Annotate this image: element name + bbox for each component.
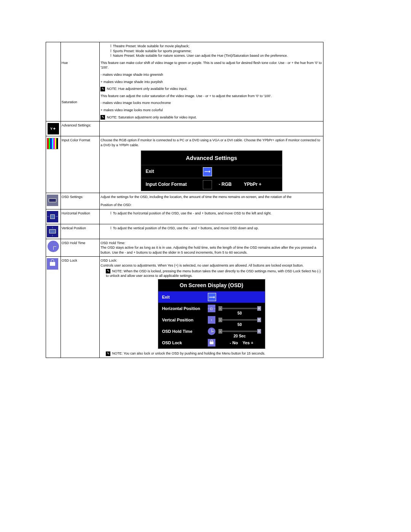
- hold-desc-cell: OSD Hold Time: The OSD stays active for …: [100, 239, 323, 257]
- lock-yes: Yes +: [242, 340, 253, 345]
- vpos-icon-cell: ↑↓: [46, 224, 61, 239]
- osd-settings-icon: [47, 195, 58, 206]
- vpos-label: Vertical Position: [61, 224, 99, 239]
- adv-label: Advanced Settings:: [61, 121, 99, 136]
- lock-label: OSD Lock: [61, 257, 99, 358]
- icf-desc: Choose the RGB option if monitor is conn…: [100, 138, 322, 147]
- osd2-vpos: Vertcal Position: [162, 317, 208, 323]
- osd2-hold: OSD Hold Time: [162, 329, 208, 334]
- lock-icon: [208, 339, 215, 347]
- saturation-label: Saturation: [62, 100, 77, 104]
- adv-exit-label: Exit: [146, 168, 203, 175]
- hpos-desc: To adjust the horizontal position of the…: [110, 211, 322, 216]
- lock-no: - No: [230, 340, 238, 345]
- sat-desc: This feature can adjust the color satura…: [100, 94, 322, 99]
- clock-icon: [208, 328, 215, 335]
- hpos-desc-cell: To adjust the horizontal position of the…: [100, 209, 323, 224]
- osd2-hpos: Horizontal Position: [162, 306, 208, 312]
- hold-heading: OSD Hold Time:: [100, 241, 322, 246]
- exit-icon: ⟶: [208, 293, 216, 301]
- ypbpr-icon-cell: Y✦: [46, 121, 61, 136]
- horizontal-position-icon: ←→: [47, 211, 58, 222]
- lock-desc-cell: OSD Lock: Controls user access to adjust…: [100, 257, 323, 358]
- adv-panel-title: Advanced Settings: [141, 151, 282, 165]
- exit-runner-icon: ⟶: [203, 167, 212, 176]
- hue-plus: + makes video image shade into purplish: [100, 80, 322, 85]
- sat-note: NOTE: Saturation adjustment only availab…: [107, 115, 197, 119]
- osd-pos-heading: Position of the OSD:: [100, 203, 322, 208]
- adv-desc-empty: [100, 121, 323, 136]
- vpos-slider[interactable]: -+ 50: [218, 318, 261, 322]
- adv-icf-label: Input Color Format: [146, 181, 203, 188]
- lock-icon-cell: [46, 257, 61, 358]
- vertical-position-icon: ↑↓: [47, 226, 58, 237]
- lock-icon: [47, 258, 58, 270]
- lock-heading: OSD Lock:: [100, 258, 322, 263]
- lock-note1: NOTE: When the OSD is locked, pressing t…: [106, 269, 320, 278]
- adv-ypbpr-value: YPbPr +: [244, 181, 261, 188]
- vpos-value: 50: [218, 322, 261, 328]
- osd2-hpos-row[interactable]: Horizontal Position ←◻→ -+ 50: [158, 303, 265, 314]
- pencil-icon: ✎: [106, 269, 110, 273]
- osd2-lock: OSD Lock: [162, 340, 208, 346]
- osd2-exit: Exit: [162, 294, 208, 300]
- osd-settings-desc-cell: Adjust the settings for the OSD, includi…: [100, 193, 323, 209]
- hue-desc-cell: Theatre Preset: Mode suitable for movie …: [100, 42, 323, 121]
- settings-table: Hue Saturation Theatre Preset: Mode suit…: [46, 42, 323, 358]
- osd-display-panel: On Screen Display (OSD) Exit ⟶ Horizonta…: [158, 279, 265, 349]
- advanced-settings-osd-panel: Advanced Settings Exit ⟶ Input Color For…: [141, 150, 282, 191]
- osd2-exit-row[interactable]: Exit ⟶: [158, 291, 265, 303]
- rgb-mini-icon: [203, 180, 212, 189]
- hold-value: 20 Sec: [218, 334, 261, 339]
- hold-desc: The OSD stays active for as long as it i…: [100, 245, 322, 255]
- hue-desc: This feature can make color shift of vid…: [100, 61, 322, 70]
- hue-label: Hue: [62, 61, 68, 65]
- preset-theatre: Theatre Preset: Mode suitable for movie …: [110, 44, 322, 49]
- vpos-desc: To adjust the vertical position of the O…: [110, 226, 322, 231]
- adv-rgb-value: - RGB: [219, 181, 232, 188]
- icf-label: Input Color Format: [61, 136, 99, 193]
- lock-note2: NOTE: You can also lock or unlock the OS…: [112, 351, 265, 355]
- lock-desc: Controls user access to adjustments. Whe…: [100, 263, 322, 268]
- hold-icon-cell: [46, 239, 61, 257]
- icf-desc-cell: Choose the RGB option if monitor is conn…: [100, 136, 323, 193]
- hpos-slider[interactable]: -+ 50: [218, 306, 261, 311]
- hpos-label: Horizontal Position: [61, 209, 99, 224]
- empty-icon-cell: [46, 42, 61, 121]
- sat-plus: + makes video image looks more colorful: [100, 108, 322, 113]
- osd2-title: On Screen Display (OSD): [158, 280, 265, 292]
- sat-minus: - makes video image looks more monochrom…: [100, 101, 322, 105]
- osd-icon-cell: [46, 193, 61, 209]
- pencil-icon: ✎: [100, 87, 105, 91]
- preset-nature: Nature Preset: Mode suitable for nature …: [110, 53, 322, 58]
- clock-icon: [48, 241, 59, 252]
- hue-note: NOTE: Hue adjustment only available for …: [107, 87, 188, 91]
- pencil-icon: ✎: [106, 351, 110, 356]
- hue-minus: - makes video image shade into greenish: [100, 72, 322, 77]
- osd-settings-desc: Adjust the settings for the OSD, includi…: [100, 195, 322, 200]
- hold-label: OSD Hold Time: [61, 239, 99, 257]
- hpos-value: 50: [218, 311, 261, 316]
- rgb-icon-cell: [46, 136, 61, 193]
- rgb-bars-icon: [47, 138, 58, 149]
- pencil-icon: ✎: [100, 115, 105, 120]
- osd-settings-label: OSD Settings:: [61, 193, 99, 209]
- hold-slider[interactable]: -+ 20 Sec: [218, 329, 261, 334]
- hue-label-cell: Hue Saturation: [61, 42, 99, 121]
- hpos-icon-cell: ←→: [46, 209, 61, 224]
- vpos-desc-cell: To adjust the vertical position of the O…: [100, 224, 323, 239]
- adv-exit-row[interactable]: Exit ⟶: [141, 165, 282, 178]
- vpos-icon: ↕: [208, 316, 215, 324]
- document-page: Hue Saturation Theatre Preset: Mode suit…: [0, 0, 411, 358]
- hpos-icon: ←◻→: [208, 305, 215, 312]
- preset-sports: Sports Preset: Mode suitable for sports …: [110, 49, 322, 54]
- ypbpr-icon: Y✦: [48, 123, 59, 134]
- adv-icf-row[interactable]: Input Color Format - RGB YPbPr +: [141, 178, 282, 191]
